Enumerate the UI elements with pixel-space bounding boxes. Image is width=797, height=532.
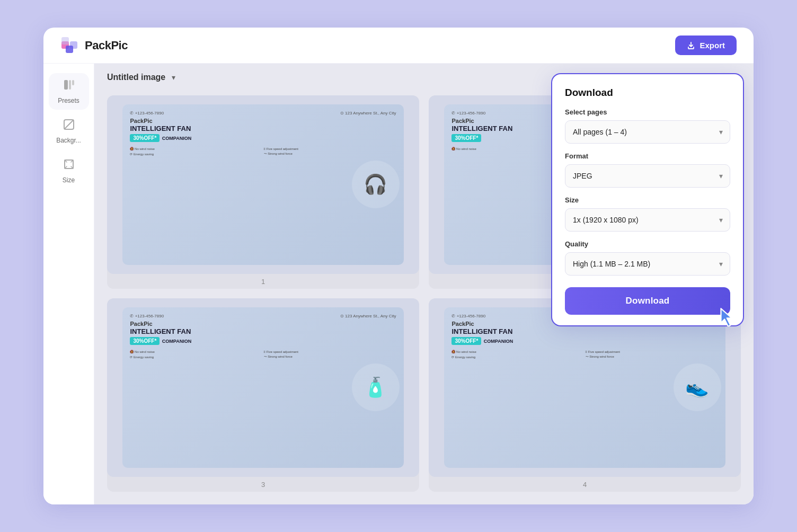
card-address-3: ⊙ 123 Anywhere St., Any City — [340, 314, 396, 318]
logo-area: PackPic — [60, 36, 128, 55]
export-button[interactable]: Export — [675, 36, 737, 55]
canvas-title-chevron-icon[interactable]: ▾ — [172, 73, 175, 82]
feature-4-2: ≡ Five speed adjustment — [586, 350, 718, 353]
card-badge-4: 30%OFF* — [451, 337, 481, 345]
feature-4-4: 〜 Strong wind force — [586, 354, 718, 359]
export-button-label: Export — [699, 41, 725, 50]
feature-2: ≡ Five speed adjustment — [264, 147, 396, 150]
card-badge-3: 30%OFF* — [130, 337, 160, 345]
feature-4-1: 🔕 No wind noise — [451, 350, 584, 353]
product-card-1: ✆ +123-456-7890 ⊙ 123 Anywhere St., Any … — [122, 104, 403, 265]
feature-4-3: ⟳ Energy saving — [451, 354, 584, 359]
feature-4: 〜 Strong wind force — [264, 152, 396, 156]
page-number-4: 4 — [429, 477, 741, 492]
product-card-3: ✆ +123-456-7890 ⊙ 123 Anywhere St., Any … — [122, 307, 403, 468]
card-title-4: INTELLIGENT FAN — [451, 328, 718, 335]
quality-wrapper: High (1.1 MB – 2.1 MB) Medium (0.5 MB – … — [565, 252, 730, 276]
feature-3: ⟳ Energy saving — [130, 152, 262, 156]
background-label: Backgr... — [56, 137, 81, 144]
select-pages-dropdown[interactable]: All pages (1 – 4) Current page Page 1 Pa… — [565, 120, 730, 144]
feature-1: 🔕 No wind noise — [130, 147, 262, 150]
main-area: Untitled image ▾ ✆ +123-456-7890 ⊙ 123 A… — [94, 64, 754, 504]
card-companion-1: COMPANION — [162, 136, 191, 141]
product-img-headphones: 🎧 — [352, 161, 400, 208]
header: PackPic Export — [43, 28, 754, 64]
card-phone-1: ✆ +123-456-7890 — [130, 111, 164, 116]
canvas-page-inner-3: ✆ +123-456-7890 ⊙ 123 Anywhere St., Any … — [107, 298, 419, 477]
feature-3-4: 〜 Strong wind force — [264, 354, 396, 359]
format-label: Format — [565, 152, 730, 160]
presets-icon — [63, 78, 75, 94]
export-icon — [687, 41, 695, 50]
size-dropdown[interactable]: 1x (1920 x 1080 px) 2x (3840 x 2160 px) … — [565, 208, 730, 232]
app-name: PackPic — [85, 39, 128, 52]
quality-label: Quality — [565, 240, 730, 248]
svg-line-8 — [64, 120, 74, 129]
svg-rect-4 — [64, 80, 68, 90]
svg-rect-6 — [72, 80, 74, 85]
canvas-page-inner-1: ✆ +123-456-7890 ⊙ 123 Anywhere St., Any … — [107, 95, 419, 274]
sidebar-item-presets[interactable]: Presets — [49, 73, 89, 110]
card-features-4: 🔕 No wind noise ≡ Five speed adjustment … — [451, 350, 718, 359]
app-body: Presets Backgr... Size — [43, 64, 754, 504]
product-card-4: ✆ +123-456-7890 ⊙ 123 Anywhere St., Any … — [444, 307, 725, 468]
download-button-label: Download — [626, 296, 670, 306]
canvas-page-1[interactable]: ✆ +123-456-7890 ⊙ 123 Anywhere St., Any … — [107, 95, 419, 289]
canvas-page-4[interactable]: ✆ +123-456-7890 ⊙ 123 Anywhere St., Any … — [429, 298, 741, 492]
card-features-1: 🔕 No wind noise ≡ Five speed adjustment … — [130, 147, 396, 156]
product-img-sneaker: 👟 — [674, 363, 721, 411]
download-button[interactable]: Download — [565, 287, 730, 315]
canvas-page-3[interactable]: ✆ +123-456-7890 ⊙ 123 Anywhere St., Any … — [107, 298, 419, 492]
card-address-1: ⊙ 123 Anywhere St., Any City — [340, 111, 396, 116]
svg-rect-2 — [70, 41, 77, 49]
page-number-1: 1 — [107, 274, 419, 289]
format-wrapper: JPEG PNG SVG PDF ▾ — [565, 164, 730, 188]
card-header-3: ✆ +123-456-7890 ⊙ 123 Anywhere St., Any … — [130, 314, 396, 318]
size-icon — [63, 158, 75, 174]
card-companion-4: COMPANION — [484, 339, 513, 344]
card-badge-1: 30%OFF* — [130, 134, 160, 142]
select-pages-wrapper: All pages (1 – 4) Current page Page 1 Pa… — [565, 120, 730, 144]
card-title-1: INTELLIGENT FAN — [130, 125, 396, 132]
size-label: Size — [63, 176, 75, 184]
background-icon — [63, 118, 75, 134]
quality-dropdown[interactable]: High (1.1 MB – 2.1 MB) Medium (0.5 MB – … — [565, 252, 730, 276]
app-window: PackPic Export Presets — [43, 28, 754, 504]
feature-3-2: ≡ Five speed adjustment — [264, 350, 396, 353]
card-phone-4: ✆ +123-456-7890 — [451, 314, 485, 318]
card-brand-1: PackPic — [130, 118, 396, 124]
feature-3-3: ⟳ Energy saving — [130, 354, 262, 359]
sidebar-item-size[interactable]: Size — [49, 153, 89, 189]
sidebar: Presets Backgr... Size — [43, 64, 94, 504]
panel-title: Download — [565, 87, 730, 99]
packpic-logo-icon — [60, 36, 79, 55]
card-badge-2: 30%OFF* — [451, 134, 481, 142]
canvas-title: Untitled image — [107, 73, 165, 82]
download-button-container: Download — [565, 284, 730, 315]
page-number-3: 3 — [107, 477, 419, 492]
size-wrapper: 1x (1920 x 1080 px) 2x (3840 x 2160 px) … — [565, 208, 730, 232]
card-features-3: 🔕 No wind noise ≡ Five speed adjustment … — [130, 350, 396, 359]
card-brand-3: PackPic — [130, 321, 396, 327]
feature-3-1: 🔕 No wind noise — [130, 350, 262, 353]
format-dropdown[interactable]: JPEG PNG SVG PDF — [565, 164, 730, 188]
select-pages-label: Select pages — [565, 108, 730, 116]
svg-rect-5 — [69, 80, 71, 90]
sidebar-item-background[interactable]: Backgr... — [49, 113, 89, 149]
product-img-perfume: 🧴 — [352, 363, 400, 411]
card-companion-3: COMPANION — [162, 339, 191, 344]
size-field-label: Size — [565, 196, 730, 204]
download-panel: Download Select pages All pages (1 – 4) … — [552, 74, 743, 325]
card-phone-3: ✆ +123-456-7890 — [130, 314, 164, 318]
card-header-1: ✆ +123-456-7890 ⊙ 123 Anywhere St., Any … — [130, 111, 396, 116]
presets-label: Presets — [58, 97, 79, 104]
card-title-3: INTELLIGENT FAN — [130, 328, 396, 335]
card-phone-2: ✆ +123-456-7890 — [451, 111, 485, 116]
svg-rect-3 — [61, 37, 69, 45]
